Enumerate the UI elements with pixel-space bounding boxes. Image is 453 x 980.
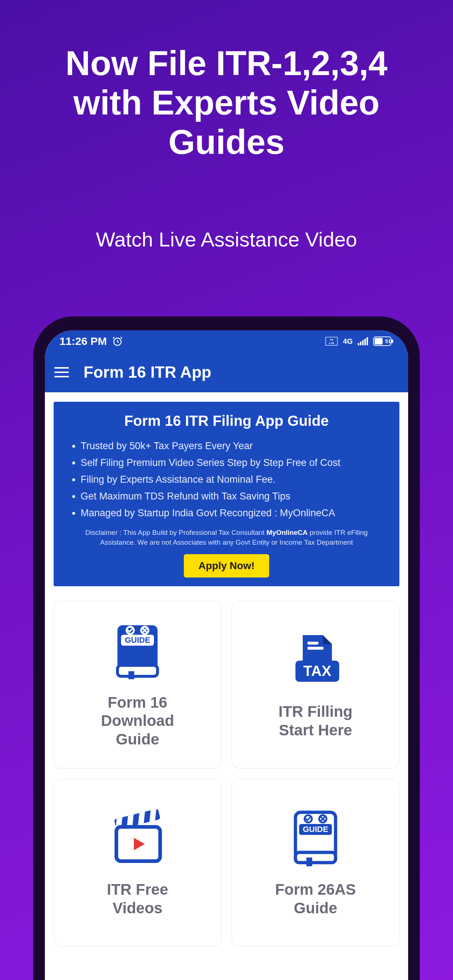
hero-bullet: Filing by Experts Assistance at Nominal … bbox=[81, 471, 388, 488]
svg-text:51: 51 bbox=[385, 338, 391, 344]
network-label: 4G bbox=[343, 337, 353, 345]
hero-disclaimer: Disclaimer : This App Build by Professio… bbox=[65, 528, 388, 547]
card-form16-download-guide[interactable]: GUIDE Form 16 Download Guide bbox=[54, 601, 222, 768]
status-time: 11:26 PM bbox=[59, 335, 107, 347]
svg-rect-32 bbox=[295, 853, 335, 862]
phone-screen: 11:26 PM Vo LTE 4G bbox=[45, 330, 408, 980]
svg-rect-8 bbox=[367, 337, 368, 345]
menu-button[interactable] bbox=[54, 363, 72, 381]
alarm-icon bbox=[112, 336, 123, 347]
apply-now-button[interactable]: Apply Now! bbox=[184, 554, 269, 578]
svg-text:TAX: TAX bbox=[303, 663, 331, 679]
svg-text:Vo: Vo bbox=[330, 338, 333, 341]
svg-rect-14 bbox=[118, 665, 158, 676]
guide-book-icon: GUIDE bbox=[110, 620, 165, 682]
hero-bullet: Self Filing Premium Video Series Step by… bbox=[81, 455, 388, 471]
svg-text:GUIDE: GUIDE bbox=[125, 635, 150, 644]
svg-rect-11 bbox=[375, 338, 383, 345]
svg-text:LTE: LTE bbox=[329, 342, 335, 345]
card-label: ITR Filling Start Here bbox=[279, 703, 353, 740]
svg-rect-20 bbox=[308, 642, 318, 644]
hero-bullet: Trusted by 50k+ Tax Payers Every Year bbox=[81, 438, 388, 455]
status-bar: 11:26 PM Vo LTE 4G bbox=[45, 330, 408, 352]
clapper-play-icon bbox=[108, 808, 167, 870]
card-itr-filling-start[interactable]: TAX ITR Filling Start Here bbox=[231, 601, 399, 768]
tax-file-icon: TAX bbox=[286, 630, 345, 692]
guide-book-icon: GUIDE bbox=[288, 808, 343, 870]
card-label: Form 16 Download Guide bbox=[101, 694, 174, 748]
hero-bullet: Managed by Startup India Govt Recongized… bbox=[81, 505, 388, 522]
svg-text:GUIDE: GUIDE bbox=[303, 825, 328, 834]
hero-title: Form 16 ITR Filing App Guide bbox=[65, 413, 388, 429]
phone-frame: 11:26 PM Vo LTE 4G bbox=[33, 317, 420, 980]
feature-grid: GUIDE Form 16 Download Guide bbox=[54, 601, 399, 947]
svg-rect-5 bbox=[360, 342, 362, 345]
svg-rect-6 bbox=[362, 340, 364, 345]
disclaimer-text: Disclaimer : This App Build by Professio… bbox=[85, 529, 266, 536]
card-label: ITR Free Videos bbox=[107, 880, 168, 917]
signal-icon bbox=[358, 337, 368, 345]
app-bar: Form 16 ITR App bbox=[45, 352, 408, 392]
battery-icon: 51 bbox=[373, 337, 394, 346]
svg-rect-10 bbox=[391, 339, 393, 343]
disclaimer-brand: MyOnlineCA bbox=[266, 529, 308, 536]
svg-rect-21 bbox=[308, 647, 324, 650]
hero-bullet: Get Maximum TDS Refund with Tax Saving T… bbox=[81, 488, 388, 505]
hero-bullets: Trusted by 50k+ Tax Payers Every Year Se… bbox=[65, 438, 388, 521]
card-label: Form 26AS Guide bbox=[275, 880, 356, 917]
svg-rect-7 bbox=[364, 339, 366, 345]
promo-title-line: with Experts Video bbox=[73, 83, 379, 122]
app-title: Form 16 ITR App bbox=[83, 363, 211, 381]
svg-rect-19 bbox=[128, 671, 134, 679]
card-itr-free-videos[interactable]: ITR Free Videos bbox=[54, 779, 222, 947]
volte-icon: Vo LTE bbox=[325, 337, 338, 345]
promo-title-line: Guides bbox=[169, 123, 285, 161]
svg-rect-4 bbox=[358, 343, 359, 345]
hero-banner: Form 16 ITR Filing App Guide Trusted by … bbox=[54, 402, 399, 586]
promo-subtitle: Watch Live Assistance Video bbox=[0, 228, 453, 251]
card-form26as-guide[interactable]: GUIDE Form 26AS Guide bbox=[231, 779, 399, 947]
promo-title: Now File ITR-1,2,3,4 with Experts Video … bbox=[0, 0, 453, 162]
promo-title-line: Now File ITR-1,2,3,4 bbox=[65, 44, 388, 83]
svg-rect-37 bbox=[306, 858, 312, 866]
main-content: Form 16 ITR Filing App Guide Trusted by … bbox=[45, 392, 408, 956]
